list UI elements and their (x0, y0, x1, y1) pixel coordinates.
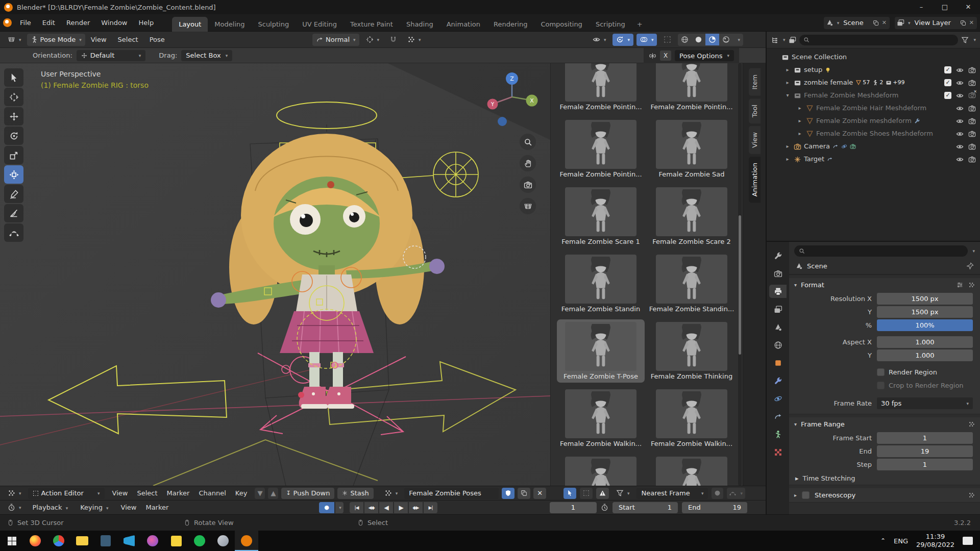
floor-arrow-gizmos[interactable] (48, 362, 516, 486)
pivot-point-dropdown[interactable]: ▾ (362, 34, 383, 46)
move-up-button[interactable]: ▲ (268, 488, 278, 499)
outliner-row-setup[interactable]: ▸setup✓ (767, 63, 980, 76)
outliner-row-zombie-female[interactable]: ▸zombie female572+99✓ (767, 76, 980, 89)
zombie-character[interactable] (211, 134, 445, 409)
shading-options-dropdown[interactable]: ▾ (733, 35, 743, 44)
workspace-tab-uv-editing[interactable]: UV Editing (296, 17, 344, 32)
new-view-layer-icon[interactable] (960, 20, 966, 26)
pose-asset-female-zombie-walkin-[interactable]: Female Zombie Walkin... (648, 387, 736, 450)
pose-asset-female-zombie-scare-1[interactable]: Female Zombie Scare 1 (557, 185, 645, 248)
expander-icon[interactable]: ▸ (784, 156, 791, 162)
start-button[interactable] (0, 531, 23, 551)
pin-icon[interactable] (966, 262, 974, 270)
falloff-dropdown[interactable]: ▾ (727, 488, 745, 499)
pose-asset-female-zombie-waving[interactable]: Female Zombie Waving (648, 454, 736, 486)
hide-in-viewport-toggle[interactable] (956, 155, 964, 163)
workspace-tab-sculpting[interactable]: Sculpting (251, 17, 296, 32)
pose-thumbnail[interactable] (565, 322, 636, 371)
tool-measure[interactable] (4, 204, 23, 222)
workspace-tab-layout[interactable]: Layout (172, 17, 208, 32)
keying-menu[interactable]: Keying ▾ (76, 504, 113, 511)
timeline-menu-view[interactable]: View (116, 504, 141, 511)
editor-type-button[interactable]: ▾ (4, 34, 25, 46)
pose-asset-female-zombie-pointin-[interactable]: Female Zombie Pointin... (557, 63, 645, 113)
frame-step-field[interactable]: 1 (877, 459, 973, 470)
shading-material-button[interactable] (705, 34, 719, 45)
disable-in-renders-toggle[interactable] (968, 155, 976, 163)
drag-handle-icon[interactable] (968, 421, 975, 428)
view-layer-selector[interactable]: ▾ View Layer ✕ (895, 17, 977, 29)
close-button[interactable]: ✕ (957, 0, 980, 14)
pose-thumbnail[interactable] (656, 389, 727, 438)
pose-thumbnail[interactable] (656, 457, 727, 486)
render-region-checkbox[interactable] (877, 368, 885, 376)
language-indicator[interactable]: ENG (894, 537, 908, 545)
tool-rotate[interactable] (4, 127, 23, 145)
outliner-row-target[interactable]: ▸Target (767, 153, 980, 165)
box-select-button[interactable] (580, 488, 593, 499)
properties-tab-scene[interactable] (769, 320, 787, 334)
stereoscopy-panel-header[interactable]: ▸ Stereoscopy (789, 488, 980, 502)
taskbar-photos-icon[interactable] (141, 531, 164, 551)
snap-mode-dropdown[interactable]: Nearest Frame▾ (636, 488, 708, 499)
drag-handle-icon[interactable] (968, 492, 975, 498)
auto-keying-toggle[interactable]: ● (319, 502, 334, 513)
pose-asset-female-zombie-scare-2[interactable]: Female Zombie Scare 2 (648, 185, 736, 248)
workspace-tab-modeling[interactable]: Modeling (208, 17, 251, 32)
hide-in-viewport-toggle[interactable] (956, 79, 964, 87)
taskbar-sticky-notes-icon[interactable] (164, 531, 188, 551)
workspace-tab-scripting[interactable]: Scripting (589, 17, 632, 32)
zoom-button[interactable] (520, 134, 536, 150)
pose-asset-female-zombie-pointin-[interactable]: Female Zombie Pointin... (557, 117, 645, 181)
pose-thumbnail[interactable] (656, 255, 727, 304)
prev-keyframe-button[interactable]: ◀◆ (364, 502, 378, 513)
tweak-select-button[interactable] (564, 488, 576, 499)
disable-in-renders-toggle[interactable] (968, 142, 976, 151)
outliner-row-female-zombie-hair-meshdeform[interactable]: ▸Female Zombie Hair Meshdeform (767, 102, 980, 114)
taskbar-file-explorer-icon[interactable] (70, 531, 94, 551)
menu-file[interactable]: File (15, 17, 36, 29)
properties-tab-output[interactable] (769, 285, 787, 298)
dope-filter-dropdown[interactable]: ▾ (612, 487, 633, 499)
workspace-tab-compositing[interactable]: Compositing (534, 17, 589, 32)
action-id-icon[interactable]: ▾ (381, 487, 402, 499)
disable-in-renders-toggle[interactable] (968, 104, 976, 112)
minimize-button[interactable]: – (910, 0, 933, 14)
disable-in-renders-toggle[interactable] (968, 79, 976, 87)
presets-icon[interactable] (957, 282, 963, 288)
resolution-x-field[interactable]: 1500 px (877, 293, 973, 305)
stereoscopy-checkbox[interactable] (802, 491, 810, 499)
aspect-x-field[interactable]: 1.000 (877, 336, 973, 348)
jump-start-button[interactable]: |◀ (350, 502, 363, 513)
sidebar-tab-view[interactable]: View (749, 126, 761, 154)
taskbar-chrome-icon[interactable] (47, 531, 70, 551)
menu-window[interactable]: Window (96, 17, 132, 29)
breadcrumb-scene[interactable]: Scene (807, 262, 827, 270)
proportional-edit-button[interactable] (712, 488, 723, 499)
perspective-toggle-button[interactable] (520, 198, 536, 214)
xray-toggle[interactable] (660, 34, 675, 46)
unlink-action-button[interactable]: ✕ (533, 488, 546, 499)
maximize-button[interactable]: □ (933, 0, 957, 14)
tool-pose-breakdowner[interactable] (4, 223, 23, 242)
fake-user-toggle[interactable] (502, 488, 514, 499)
mirror-x-toggle[interactable]: X (660, 51, 671, 61)
frame-range-panel-header[interactable]: ▾Frame Range (789, 417, 980, 431)
action-editor-dropdown[interactable]: Action Editor▾ (28, 488, 105, 499)
resolution-percent-slider[interactable]: 100% (877, 319, 973, 331)
frame-end-field[interactable]: 19 (877, 445, 973, 457)
taskbar-paint-icon[interactable] (211, 531, 235, 551)
expander-icon[interactable]: ▾ (784, 92, 791, 98)
pose-asset-female-zombie-pointin-[interactable]: Female Zombie Pointin... (648, 63, 736, 113)
outliner-row-female-zombie-shoes-meshdeform[interactable]: ▸Female Zombie Shoes Meshdeform (767, 127, 980, 140)
tool-move[interactable] (4, 107, 23, 126)
sidebar-tab-animation[interactable]: Animation (749, 157, 761, 203)
overlays-toggle[interactable]: ▾ (636, 34, 657, 46)
only-errors-button[interactable] (596, 488, 609, 499)
workspace-tab-rendering[interactable]: Rendering (487, 17, 534, 32)
properties-tab-world[interactable] (769, 338, 787, 352)
outliner-row-scene-collection[interactable]: Scene Collection (767, 51, 980, 63)
aspect-y-field[interactable]: 1.000 (877, 349, 973, 361)
exclude-checkbox[interactable]: ✓ (944, 66, 951, 73)
viewport-menu-pose[interactable]: Pose (144, 36, 170, 43)
